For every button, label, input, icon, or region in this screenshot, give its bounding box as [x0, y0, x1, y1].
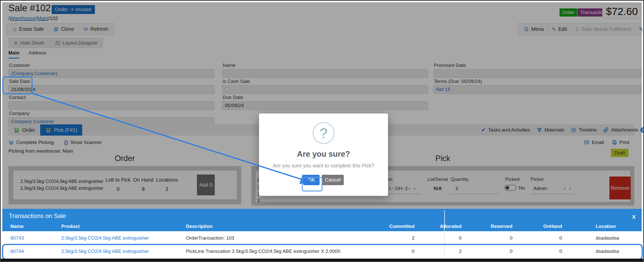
- row-location: dsadasdsa: [596, 235, 619, 241]
- row-onhand: 0: [524, 235, 562, 241]
- row-location: dsadasdsa: [596, 249, 619, 254]
- row-reserved: 0: [473, 235, 512, 241]
- row-description: OrderTransaction: 103: [186, 235, 234, 241]
- row-allocated: 0: [422, 235, 462, 241]
- col-description[interactable]: Description: [186, 224, 213, 229]
- close-icon[interactable]: X: [632, 214, 636, 220]
- col-committed[interactable]: Committed: [369, 224, 414, 229]
- table-row-highlighted[interactable]: 60744 2.5kg/3.5kg CO2/4.5kg ABE extingui…: [2, 245, 642, 259]
- table-row[interactable]: 60743 2.5kg/3.5kg CO2/4.5kg ABE extingui…: [2, 232, 642, 244]
- dialog-title: Are you sure?: [259, 150, 388, 159]
- transactions-header: Transactions on Sale X Name Product Desc…: [2, 209, 642, 231]
- row-onhand: 0: [524, 249, 562, 254]
- column-divider[interactable]: [444, 210, 445, 231]
- row-name-link[interactable]: 60744: [10, 249, 24, 254]
- app-window: Sale #102 Order -> Invoice /Warehouse/Ma…: [0, 0, 644, 262]
- row-committed: 2: [369, 235, 414, 241]
- cancel-button[interactable]: Cancel: [322, 175, 344, 185]
- col-reserved[interactable]: Reserved: [473, 224, 512, 229]
- row-description: PickLine Transcation 2.5kg/3.5kg CO2/4.5…: [186, 249, 340, 254]
- row-product-link[interactable]: 2.5kg/3.5kg CO2/4.5kg ABE extinguisher: [61, 235, 149, 241]
- confirm-dialog: ? Are you sure? Are you sure you want to…: [259, 113, 388, 196]
- col-location[interactable]: Location: [596, 224, 616, 229]
- row-product-link[interactable]: 2.5kg/3.5kg CO2/4.5kg ABE extinguisher: [61, 249, 149, 254]
- question-mark-icon: ?: [313, 122, 335, 144]
- row-reserved: 0: [473, 249, 512, 254]
- col-onhand[interactable]: OnHand: [524, 224, 562, 229]
- ok-button[interactable]: OK: [303, 175, 320, 185]
- col-name[interactable]: Name: [10, 224, 24, 229]
- transactions-title: Transactions on Sale: [9, 212, 66, 220]
- dialog-message: Are you sure you want to complete this P…: [259, 163, 388, 169]
- transactions-panel: Transactions on Sale X Name Product Desc…: [2, 209, 642, 260]
- row-name-link[interactable]: 60743: [10, 235, 24, 241]
- row-allocated: 2: [422, 249, 462, 254]
- col-allocated[interactable]: Allocated: [422, 224, 462, 229]
- frame-bottom-border: [1, 259, 643, 261]
- col-product[interactable]: Product: [61, 224, 80, 229]
- row-committed: 0: [369, 249, 414, 254]
